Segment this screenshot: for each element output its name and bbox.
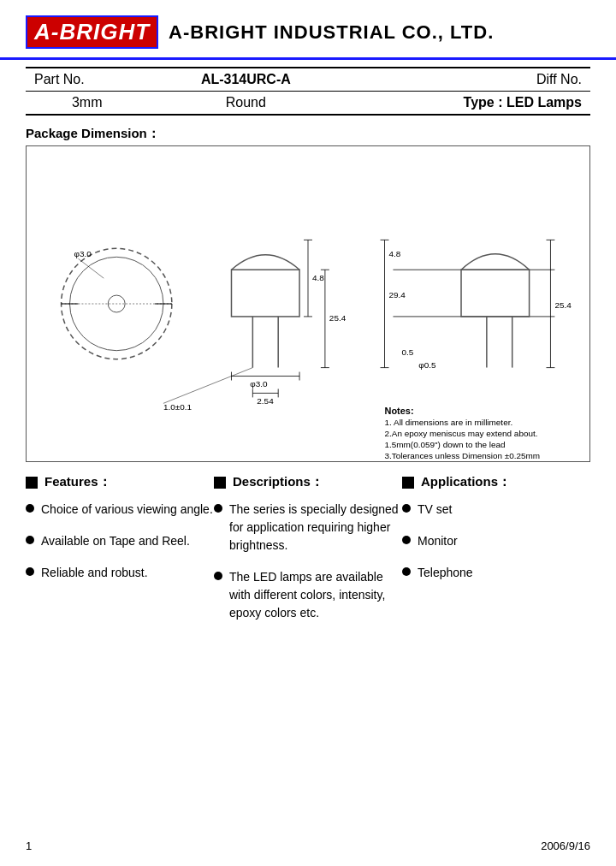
svg-rect-37 <box>461 270 530 317</box>
circle-bullet-icon <box>214 504 222 513</box>
svg-line-7 <box>78 258 104 278</box>
application-text-3: Telephone <box>418 564 590 582</box>
package-section: Package Dimension： φ3.0 <box>0 116 616 462</box>
application-item-1: TV set <box>402 501 590 519</box>
descriptions-header-text: Descriptions： <box>233 474 323 490</box>
square-bullet-icon <box>402 477 414 489</box>
applications-col: Applications： TV set Monitor Telephone <box>402 474 590 636</box>
svg-text:3.Tolerances unless Dimension : 3.Tolerances unless Dimension ±0.25mm <box>385 451 541 460</box>
svg-text:φ0.5: φ0.5 <box>418 360 436 370</box>
logo: A-BRIGHT <box>26 15 158 49</box>
descriptions-header: Descriptions： <box>214 474 402 490</box>
shape-value: Round <box>148 92 343 116</box>
application-text-1: TV set <box>418 501 590 519</box>
svg-text:4.8: 4.8 <box>388 249 400 258</box>
svg-text:Notes:: Notes: <box>385 406 414 416</box>
description-item-2: The LED lamps are available with differe… <box>214 568 402 622</box>
diagram-svg: φ3.0 4.8 25.4 φ3.0 <box>27 146 589 461</box>
svg-rect-8 <box>231 270 299 317</box>
features-header: Features： <box>26 474 214 490</box>
svg-text:25.4: 25.4 <box>329 313 346 323</box>
feature-item-2: Available on Tape and Reel. <box>26 532 214 550</box>
circle-bullet-icon <box>402 567 411 576</box>
circle-bullet-icon <box>26 567 34 576</box>
company-name: A-BRIGHT INDUSTRIAL CO., LTD. <box>169 21 494 44</box>
part-info: Part No. AL-314URC-A Diff No. 3mm Round … <box>0 60 616 116</box>
logo-text: A-BRIGHT <box>26 15 158 49</box>
descriptions-col: Descriptions： The series is specially de… <box>214 474 402 636</box>
description-item-1: The series is specially designed for app… <box>214 501 402 555</box>
features-section: Features： Choice of various viewing angl… <box>0 462 616 636</box>
circle-bullet-icon <box>402 536 411 544</box>
features-header-text: Features： <box>44 474 111 490</box>
feature-text-2: Available on Tape and Reel. <box>41 532 214 550</box>
application-item-3: Telephone <box>402 564 590 582</box>
svg-text:25.4: 25.4 <box>554 300 572 310</box>
svg-text:1. All dimensions are in milli: 1. All dimensions are in millimeter. <box>385 418 513 427</box>
description-text-2: The LED lamps are available with differe… <box>229 568 402 622</box>
square-bullet-icon <box>26 477 38 489</box>
type-value: Type : LED Lamps <box>343 92 590 116</box>
feature-item-3: Reliable and robust. <box>26 564 214 582</box>
part-no-value: AL-314URC-A <box>148 68 343 92</box>
svg-text:1.5mm(0.059") down to the lead: 1.5mm(0.059") down to the lead <box>385 440 506 449</box>
svg-text:2.An epoxy meniscus may extend: 2.An epoxy meniscus may extend about. <box>385 429 538 438</box>
applications-header: Applications： <box>402 474 590 490</box>
svg-text:2.54: 2.54 <box>257 396 274 406</box>
page-number: 1 <box>26 839 32 852</box>
svg-text:φ3.0: φ3.0 <box>250 379 268 389</box>
application-text-2: Monitor <box>418 532 590 550</box>
feature-text-3: Reliable and robust. <box>41 564 214 582</box>
svg-text:0.5: 0.5 <box>401 347 413 357</box>
size-value: 3mm <box>26 92 148 116</box>
svg-line-42 <box>163 368 252 404</box>
part-table: Part No. AL-314URC-A Diff No. 3mm Round … <box>26 67 590 116</box>
applications-header-text: Applications： <box>421 474 511 490</box>
date: 2006/9/16 <box>541 839 590 852</box>
circle-bullet-icon <box>26 504 34 513</box>
part-no-label: Part No. <box>26 68 148 92</box>
description-text-1: The series is specially designed for app… <box>229 501 402 555</box>
svg-text:φ3.0: φ3.0 <box>74 249 92 258</box>
circle-bullet-icon <box>214 572 222 580</box>
circle-bullet-icon <box>402 504 411 513</box>
feature-text-1: Choice of various viewing angle. <box>41 501 214 519</box>
square-bullet-icon <box>214 477 226 489</box>
package-title: Package Dimension： <box>26 126 590 142</box>
footer: 1 2006/9/16 <box>0 839 616 852</box>
application-item-2: Monitor <box>402 532 590 550</box>
features-grid: Features： Choice of various viewing angl… <box>26 474 590 636</box>
diff-no-label: Diff No. <box>343 68 590 92</box>
diagram-box: φ3.0 4.8 25.4 φ3.0 <box>26 145 590 462</box>
feature-item-1: Choice of various viewing angle. <box>26 501 214 519</box>
svg-text:29.4: 29.4 <box>388 290 406 300</box>
circle-bullet-icon <box>26 536 34 544</box>
features-col: Features： Choice of various viewing angl… <box>26 474 214 636</box>
svg-text:1.0±0.1: 1.0±0.1 <box>163 402 192 412</box>
header: A-BRIGHT A-BRIGHT INDUSTRIAL CO., LTD. <box>0 0 616 60</box>
svg-text:4.8: 4.8 <box>312 273 324 282</box>
